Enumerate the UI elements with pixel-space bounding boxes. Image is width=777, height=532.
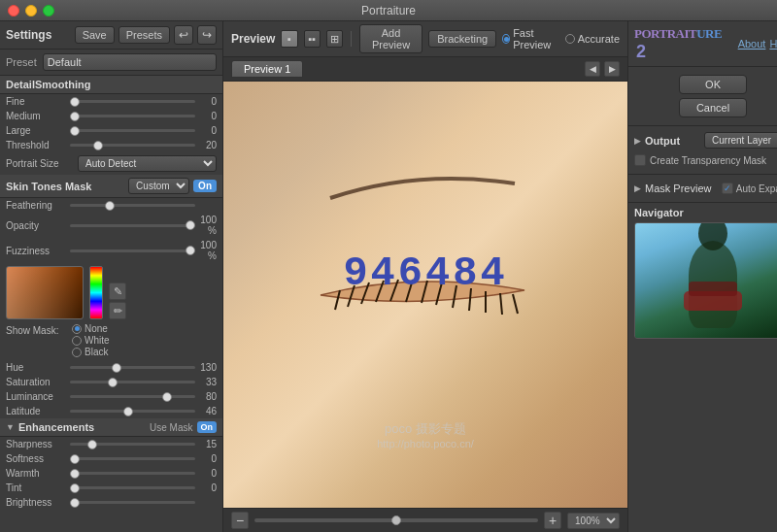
softness-slider[interactable] [70, 457, 195, 460]
preview-bottom-bar: − + 100% 50% 200% Fit [223, 508, 627, 532]
preview-toolbar: Preview ▪ ▪▪ ⊞ Add Preview Bracketing Fa… [223, 21, 627, 57]
svg-line-0 [335, 290, 340, 310]
preview-tab-1[interactable]: Preview 1 [231, 60, 303, 78]
sharpness-value: 15 [199, 439, 217, 449]
about-link[interactable]: About [738, 38, 766, 50]
output-layer-select[interactable]: Current Layer [704, 132, 777, 149]
feathering-label: Feathering [6, 200, 66, 211]
svg-line-5 [406, 280, 413, 302]
hue-strip[interactable] [89, 266, 103, 319]
warmth-slider[interactable] [70, 472, 195, 475]
opacity-slider-row: Opacity 100 % [0, 213, 222, 238]
fuzziness-slider[interactable] [70, 249, 195, 252]
presets-button[interactable]: Presets [118, 26, 170, 44]
mask-on-badge[interactable]: On [193, 180, 217, 192]
undo-button[interactable]: ↩ [174, 25, 193, 45]
brightness-label: Brightness [6, 497, 66, 508]
mask-type-select[interactable]: Custom [128, 178, 189, 194]
enhancements-on-badge[interactable]: On [197, 421, 218, 433]
minimize-button[interactable] [25, 5, 37, 17]
saturation-slider[interactable] [70, 381, 195, 383]
radio-black[interactable]: Black [72, 347, 110, 357]
help-link[interactable]: Help [769, 38, 777, 50]
radio-none[interactable]: None [72, 323, 110, 334]
brightness-slider-row: Brightness [0, 495, 222, 510]
accurate-radio[interactable]: Accurate [565, 33, 620, 45]
zoom-plus-button[interactable]: + [544, 512, 561, 529]
enhancements-arrow: ▼ [6, 422, 15, 432]
split-view-button[interactable]: ▪▪ [304, 30, 321, 48]
feathering-slider[interactable] [70, 204, 195, 207]
close-button[interactable] [8, 5, 19, 17]
navigator-thumbnail[interactable] [634, 222, 777, 339]
warmth-label: Warmth [6, 468, 66, 479]
mask-preview-label: Mask Preview [645, 183, 718, 194]
saturation-label: Saturation [6, 377, 66, 387]
mask-preview-triangle[interactable]: ▶ [634, 183, 641, 193]
portrait-size-select[interactable]: Auto Detect [78, 155, 217, 172]
opacity-slider[interactable] [70, 224, 195, 227]
zoom-slider-thumb[interactable] [391, 515, 401, 525]
dual-view-button[interactable]: ⊞ [326, 30, 343, 48]
luminance-value: 80 [199, 391, 217, 402]
radio-white-label: White [84, 335, 110, 346]
preview-image-area: poco 摄影专题 http://photo.poco.cn/ [223, 82, 627, 508]
large-slider[interactable] [70, 129, 195, 132]
settings-label: Settings [6, 28, 71, 42]
accurate-label: Accurate [578, 33, 620, 45]
large-value: 0 [199, 125, 217, 136]
create-transparency-checkbox[interactable] [634, 154, 646, 166]
radio-white[interactable]: White [72, 335, 110, 346]
add-preview-button[interactable]: Add Preview [359, 24, 422, 53]
latitude-slider[interactable] [70, 410, 195, 413]
next-arrow[interactable]: ▶ [604, 61, 620, 77]
tint-slider-row: Tint 0 [0, 481, 222, 495]
svg-line-12 [513, 294, 518, 314]
fine-label: Fine [6, 96, 66, 107]
tint-slider[interactable] [70, 486, 195, 489]
prev-arrow[interactable]: ◀ [585, 61, 600, 77]
right-panel: PORTRAITURE 2 About Help OK Cancel ▶ Out… [627, 21, 777, 532]
hue-label: Hue [6, 362, 66, 373]
cancel-button[interactable]: Cancel [679, 98, 747, 117]
zoom-minus-button[interactable]: − [231, 512, 249, 529]
undo-icon: ↩ [179, 28, 188, 42]
auto-expand-cb: Auto Expand [722, 183, 777, 194]
threshold-slider[interactable] [70, 144, 195, 147]
medium-label: Medium [6, 111, 66, 121]
zoom-select[interactable]: 100% 50% 200% Fit [567, 513, 620, 529]
eyedropper-button-2[interactable]: ✏ [109, 302, 126, 319]
hue-slider[interactable] [70, 366, 195, 369]
output-triangle: ▶ [634, 136, 641, 146]
tint-value: 0 [199, 482, 217, 493]
fast-preview-label: Fast Preview [513, 27, 559, 50]
latitude-value: 46 [199, 406, 217, 416]
save-button[interactable]: Save [75, 26, 115, 44]
radio-black-dot [72, 348, 82, 357]
eyedropper-button-1[interactable]: ✎ [109, 283, 126, 300]
sharpness-slider[interactable] [70, 443, 195, 446]
brightness-slider[interactable] [70, 501, 195, 504]
redo-icon: ↪ [202, 28, 212, 42]
luminance-slider[interactable] [70, 395, 195, 398]
color-swatch[interactable] [6, 266, 84, 319]
preset-select[interactable]: Default [43, 53, 217, 71]
opacity-label: Opacity [6, 220, 66, 231]
radio-black-label: Black [84, 347, 108, 357]
watermark-line1: poco 摄影专题 [377, 420, 474, 438]
watermark-line2: http://photo.poco.cn/ [377, 438, 474, 449]
maximize-button[interactable] [43, 5, 54, 17]
ok-button[interactable]: OK [679, 75, 747, 94]
medium-slider[interactable] [70, 115, 195, 117]
left-toolbar: Settings Save Presets ↩ ↪ [0, 21, 222, 50]
bracketing-button[interactable]: Bracketing [428, 30, 496, 48]
brand-version: 2 [636, 42, 646, 61]
hue-value: 130 [199, 362, 217, 373]
redo-button[interactable]: ↪ [197, 25, 217, 45]
auto-expand-checkbox[interactable] [722, 183, 733, 194]
single-view-button[interactable]: ▪ [281, 30, 297, 48]
fast-preview-radio[interactable]: Fast Preview [502, 27, 558, 50]
navigator-title: Navigator [634, 207, 777, 218]
fine-slider[interactable] [70, 100, 195, 103]
luminance-label: Luminance [6, 391, 66, 402]
